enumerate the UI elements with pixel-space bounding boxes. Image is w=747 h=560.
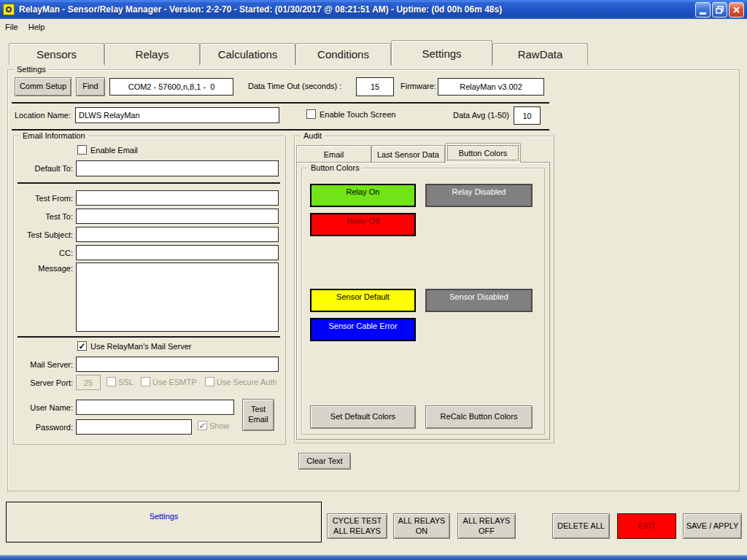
- test-to-field[interactable]: [76, 209, 279, 224]
- com-port-field[interactable]: COM2 - 57600,n,8,1 - 0: [109, 78, 233, 96]
- title-bar: RelayMan - Sensor/Relay Manager - Versio…: [0, 0, 747, 19]
- location-name-label: Location Name:: [15, 111, 71, 120]
- audit-tab-button-colors[interactable]: Button Colors: [445, 143, 521, 163]
- test-from-label: Test From:: [18, 194, 73, 203]
- tab-sensors[interactable]: Sensors: [9, 43, 104, 65]
- test-subject-field[interactable]: [76, 227, 279, 242]
- test-from-field[interactable]: [76, 190, 279, 206]
- sensor-default-swatch[interactable]: Sensor Default: [310, 289, 416, 312]
- check-icon: ✓: [78, 343, 85, 350]
- all-relays-on-button[interactable]: ALL RELAYS ON: [393, 513, 450, 539]
- default-to-label: Default To:: [18, 164, 73, 173]
- close-button[interactable]: [729, 2, 744, 18]
- firmware-field[interactable]: RelayMan v3.002: [438, 78, 544, 96]
- relay-disabled-swatch[interactable]: Relay Disabled: [425, 184, 533, 207]
- data-timeout-label: Data Time Out (seconds) :: [248, 82, 341, 90]
- user-name-label: User Name:: [16, 403, 73, 412]
- enable-email-label: Enable Email: [90, 146, 138, 155]
- data-avg-label: Data Avg (1-50): [453, 111, 509, 120]
- tab-settings[interactable]: Settings: [391, 40, 492, 66]
- menu-help[interactable]: Help: [23, 21, 50, 33]
- close-icon: [732, 6, 740, 14]
- ssl-checkbox: ✓: [107, 377, 116, 386]
- separator: [18, 336, 280, 338]
- relay-on-swatch[interactable]: Relay On: [310, 184, 416, 207]
- use-mail-server-checkbox[interactable]: ✓: [77, 341, 87, 351]
- audit-tab-last-sensor-data[interactable]: Last Sensor Data: [371, 145, 445, 163]
- password-field[interactable]: [76, 419, 192, 435]
- password-label: Password:: [16, 423, 73, 432]
- audit-legend: Audit: [301, 131, 325, 140]
- status-text: Settings: [150, 512, 179, 542]
- esmtp-label: Use ESMTP: [152, 378, 197, 386]
- user-name-field[interactable]: [76, 400, 234, 415]
- delete-all-button[interactable]: DELETE ALL: [552, 513, 610, 539]
- restore-icon: [716, 6, 724, 14]
- mail-server-label: Mail Server:: [16, 360, 73, 369]
- test-email-button[interactable]: Test Email: [242, 399, 274, 431]
- minimize-icon: [700, 12, 706, 15]
- firmware-label: Firmware:: [400, 82, 436, 90]
- enable-touch-label: Enable Touch Screen: [320, 110, 395, 119]
- audit-tab-email[interactable]: Email: [296, 145, 371, 163]
- window-bottom-border: [0, 555, 747, 560]
- menu-bar: File Help: [0, 19, 747, 34]
- tab-calculations[interactable]: Calculations: [200, 43, 295, 65]
- show-password-checkbox: ✓: [198, 421, 207, 430]
- enable-touch-checkbox[interactable]: ✓: [306, 109, 316, 119]
- cc-field[interactable]: [76, 245, 279, 260]
- comm-setup-button[interactable]: Comm Setup: [15, 77, 71, 96]
- app-icon: [3, 4, 15, 15]
- server-port-field: 25: [76, 375, 101, 390]
- set-default-colors-button[interactable]: Set Default Colors: [310, 405, 416, 429]
- cycle-test-all-relays-button[interactable]: CYCLE TEST ALL RELAYS: [327, 513, 387, 539]
- test-subject-label: Test Subject:: [18, 230, 73, 239]
- server-port-label: Server Port:: [16, 378, 73, 387]
- ssl-label: SSL: [118, 378, 133, 386]
- sensor-cable-error-swatch[interactable]: Sensor Cable Error: [310, 318, 416, 341]
- sensor-disabled-swatch[interactable]: Sensor Disabled: [425, 289, 533, 312]
- status-box: Settings: [6, 502, 322, 542]
- secure-auth-checkbox: ✓: [205, 377, 214, 386]
- show-password-label: Show: [209, 421, 230, 430]
- exit-button[interactable]: EXIT: [617, 513, 676, 539]
- separator: [12, 129, 549, 131]
- recalc-button-colors-button[interactable]: ReCalc Button Colors: [425, 405, 533, 429]
- tab-rawdata[interactable]: RawData: [492, 43, 588, 65]
- data-avg-field[interactable]: 10: [514, 106, 541, 125]
- test-to-label: Test To:: [18, 212, 73, 221]
- check-icon: ✓: [198, 422, 206, 429]
- separator: [12, 102, 549, 104]
- clear-text-button[interactable]: Clear Text: [298, 453, 351, 470]
- minimize-button[interactable]: [695, 2, 711, 18]
- settings-legend: Settings: [14, 65, 49, 74]
- cc-label: CC:: [18, 249, 73, 257]
- esmtp-checkbox: ✓: [141, 377, 150, 386]
- restore-button[interactable]: [712, 2, 727, 18]
- menu-file[interactable]: File: [0, 21, 23, 33]
- email-legend: Email Information: [20, 131, 88, 140]
- tab-conditions[interactable]: Conditions: [295, 43, 391, 65]
- message-textarea[interactable]: [76, 262, 279, 332]
- find-button[interactable]: Find: [76, 77, 105, 96]
- secure-auth-label: Use Secure Auth: [217, 378, 277, 386]
- data-timeout-field[interactable]: 15: [356, 77, 394, 96]
- window-title: RelayMan - Sensor/Relay Manager - Versio…: [19, 4, 502, 15]
- message-label: Message:: [18, 264, 73, 273]
- save-apply-button[interactable]: SAVE / APPLY: [683, 513, 742, 539]
- all-relays-off-button[interactable]: ALL RELAYS OFF: [457, 513, 516, 539]
- enable-email-checkbox[interactable]: ✓: [77, 145, 87, 155]
- separator: [18, 182, 280, 184]
- relay-off-swatch[interactable]: Relay Off: [310, 213, 416, 236]
- mail-server-field[interactable]: [76, 357, 279, 372]
- use-mail-server-label: Use RelayMan's Mail Server: [90, 342, 191, 351]
- button-colors-legend: Button Colors: [308, 163, 363, 172]
- default-to-field[interactable]: [76, 160, 279, 176]
- location-name-field[interactable]: DLWS RelayMan: [75, 107, 279, 123]
- tab-relays[interactable]: Relays: [104, 43, 200, 65]
